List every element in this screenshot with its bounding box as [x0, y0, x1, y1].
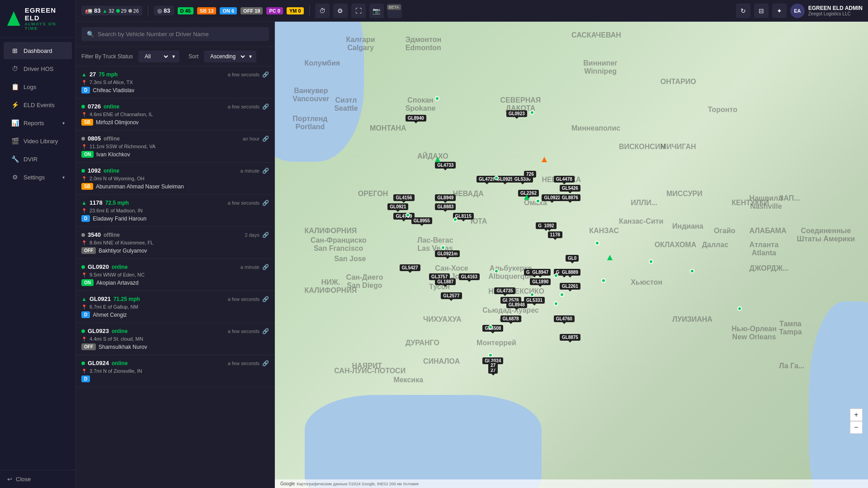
map-marker-gl0[interactable]: GL0: [566, 255, 579, 262]
map-marker-gl4735[interactable]: GL4735: [494, 287, 515, 294]
map-marker-1178[interactable]: 1178: [548, 231, 562, 238]
vehicle-item-3540[interactable]: 3540 offline 2 days 🔗 📍 8.6mi NNE of Kis…: [76, 227, 274, 259]
sidebar-item-video-library[interactable]: 🎬 Video Library: [4, 132, 72, 150]
sidebar-item-dashboard[interactable]: ⊞ Dashboard: [4, 42, 72, 59]
vehicle-item-1092[interactable]: 1092 online a minute 🔗 📍 2.0mi N of Wyom…: [76, 163, 274, 195]
vehicle-item-gl0923[interactable]: GL0923 online a few seconds 🔗 📍 4.4mi S …: [76, 323, 274, 355]
vehicle-row2: 📍 4.4mi S of St. cloud, MN: [81, 336, 269, 342]
durango-label: ДУРАНГО: [406, 339, 439, 347]
vehicle-item-0726[interactable]: 0726 online a few seconds 🔗 📍 4.6mi ENE …: [76, 99, 274, 131]
link-icon[interactable]: 🔗: [262, 200, 269, 206]
map-marker-726[interactable]: 726: [524, 171, 536, 178]
vehicle-item-1178[interactable]: ▲ 1178 72.5 mph a few seconds 🔗 📍 23.6mi…: [76, 195, 274, 227]
vehicle-time: a few seconds: [228, 200, 259, 206]
driver-name: Eladawy Farid Haroun: [93, 216, 146, 222]
map-marker-gl8876[interactable]: GL8876: [560, 194, 580, 201]
vehicle-list: ▲ 27 75 mph a few seconds 🔗 📍 7.3mi S of…: [76, 66, 274, 488]
map-marker-gl8875[interactable]: GL8875: [560, 334, 580, 341]
map-dot-texas: [554, 273, 558, 278]
driver-badge: OFF: [81, 247, 96, 254]
map-marker-gl2577[interactable]: GL2577: [441, 292, 462, 299]
refresh-icon-btn[interactable]: ↻: [736, 4, 750, 18]
missuri-label: МИССУРИ: [666, 190, 703, 198]
sidebar-item-dvir[interactable]: 🔧 DVIR: [4, 150, 72, 168]
map-marker-gl0921[interactable]: GL0921: [387, 203, 408, 210]
vehicle-item-gl0921[interactable]: ▲ GL0921 71.25 mph a few seconds 🔗 📍 6.7…: [76, 291, 274, 323]
map-marker-gl8947[interactable]: GL8947: [530, 269, 551, 276]
link-icon[interactable]: 🔗: [262, 296, 269, 302]
beta-badge: BETA: [387, 5, 401, 10]
vehicle-location: 4.4mi S of St. cloud, MN: [90, 336, 269, 342]
link-icon[interactable]: 🔗: [262, 136, 269, 142]
filter-dropdown[interactable]: All Online Offline Moving: [143, 53, 170, 60]
vehicle-speed: 71.25 mph: [113, 296, 140, 302]
map-marker-gl1887[interactable]: GL1887: [435, 278, 456, 285]
map-marker-gl8883[interactable]: GL8883: [435, 203, 456, 210]
link-icon[interactable]: 🔗: [262, 103, 269, 110]
map-marker-gl4478[interactable]: GL4478: [554, 176, 575, 183]
vehicle-item-gl0924[interactable]: GL0924 online a few seconds 🔗 📍 3.7mi N …: [76, 355, 274, 387]
map-marker-gl4156[interactable]: GL4156: [393, 194, 414, 201]
map-marker-gl8949[interactable]: GL8949: [435, 194, 456, 201]
map-marker-gl0923[interactable]: GL0923: [506, 110, 527, 117]
sort-select[interactable]: Ascending Descending ▾: [204, 51, 256, 62]
filter-icon-btn[interactable]: ⚙: [333, 4, 348, 18]
map-marker-1092[interactable]: 1092: [542, 222, 556, 229]
map-marker-gl8889[interactable]: GL8889: [560, 269, 580, 276]
search-input-wrap[interactable]: 🔍: [81, 27, 269, 41]
map-marker-gl6878[interactable]: GL6878: [500, 315, 521, 322]
vehicle-item-0805[interactable]: 0805 offline an hour 🔗 📍 11.1mi SSW of R…: [76, 131, 274, 163]
camera-icon-btn[interactable]: 📷: [369, 4, 384, 18]
location-icon: 📍: [81, 112, 87, 117]
sidebar-item-driver-hos[interactable]: ⏱ Driver HOS: [4, 60, 72, 77]
settings-icon-btn[interactable]: ✦: [772, 4, 787, 18]
link-icon[interactable]: 🔗: [262, 360, 269, 366]
link-icon[interactable]: 🔗: [262, 232, 269, 238]
user-company: Zeegot Logistics LLC: [808, 11, 863, 16]
sidebar-item-logs[interactable]: 📋 Logs: [4, 78, 72, 95]
map-marker-gl5426[interactable]: GL5426: [560, 185, 580, 192]
map-marker-gl8940[interactable]: GL8940: [406, 115, 426, 122]
clock-icon-btn[interactable]: ⏱: [315, 4, 330, 18]
sort-dropdown[interactable]: Ascending Descending: [208, 53, 246, 60]
map-marker-gl5427[interactable]: GL5427: [400, 264, 420, 271]
map-marker-gl5508[interactable]: GL5508: [482, 325, 503, 332]
vehicle-id: 0726 online: [81, 103, 119, 110]
link-icon[interactable]: 🔗: [262, 264, 269, 270]
map-marker-gl2261[interactable]: GL2261: [560, 283, 580, 290]
app-tagline: ALWAYS ON TIME: [25, 22, 68, 31]
sidebar-item-settings[interactable]: ⚙ Settings ▾: [4, 169, 72, 186]
map-marker-gl0921m[interactable]: GL0921m: [435, 250, 460, 257]
driver-name: Chifeac Vladislav: [93, 87, 134, 94]
california-label: КАЛИФОРНИЯ: [305, 227, 357, 235]
close-sidebar-button[interactable]: ↩ Close: [0, 470, 75, 488]
map-marker-gl4733[interactable]: GL4733: [435, 162, 456, 169]
beta-icon-btn[interactable]: BETA: [387, 4, 402, 18]
close-icon: ↩: [7, 476, 12, 483]
search-input[interactable]: [98, 31, 264, 38]
sort-label: Sort: [189, 53, 198, 60]
map-num-27[interactable]: 27: [488, 362, 498, 369]
map-marker-gl1890[interactable]: GL1890: [530, 278, 551, 285]
link-icon[interactable]: 🔗: [262, 71, 269, 78]
expand-icon-btn[interactable]: ⛶: [351, 4, 366, 18]
link-icon[interactable]: 🔗: [262, 168, 269, 174]
vehicle-item-gl0920[interactable]: GL0920 online a minute 🔗 📍 9.5mi WNW of …: [76, 259, 274, 291]
sidebar-item-eld-events[interactable]: ⚡ ELD Events: [4, 96, 72, 113]
filter-select[interactable]: All Online Offline Moving ▾: [138, 51, 179, 62]
map-area[interactable]: Колумбия ЭдмонтонEdmonton САСКАЧЕВАН Вин…: [275, 22, 868, 488]
vehicle-row2: 📍 7.3mi S of Alice, TX: [81, 80, 269, 85]
layout-icon-btn[interactable]: ⊟: [754, 4, 769, 18]
map-marker-gl4760[interactable]: GL4760: [554, 315, 575, 322]
link-icon[interactable]: 🔗: [262, 328, 269, 334]
sidebar-item-reports[interactable]: 📊 Reports ▾: [4, 114, 72, 131]
map-marker-gl8955[interactable]: GL8955: [411, 217, 432, 224]
zoom-out-button[interactable]: −: [850, 421, 863, 434]
settings-arrow-icon: ▾: [62, 175, 65, 180]
map-marker-gl4163[interactable]: GL4163: [459, 273, 480, 280]
map-marker-gl5331[interactable]: GL5331: [524, 297, 545, 304]
vehicle-item-27[interactable]: ▲ 27 75 mph a few seconds 🔗 📍 7.3mi S of…: [76, 66, 274, 99]
zoom-in-button[interactable]: +: [850, 408, 863, 421]
vehicle-id: 1092 online: [81, 167, 119, 174]
portland-label: ПортлендPortland: [292, 115, 327, 131]
